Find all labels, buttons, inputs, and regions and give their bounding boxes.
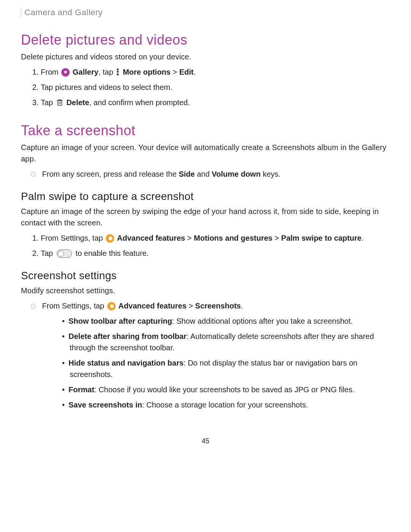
list-item: Delete after sharing from toolbar: Autom… (70, 331, 390, 353)
gallery-label: Gallery (73, 68, 99, 76)
list-item: Hide status and navigation bars: Do not … (70, 357, 390, 380)
list-item: Save screenshots in: Choose a storage lo… (70, 399, 390, 411)
intro-delete: Delete pictures and videos stored on you… (21, 51, 390, 62)
list-item: From Gallery, tap More options > Edit. (41, 66, 390, 78)
list-item: Tap to enable this feature. (41, 248, 390, 259)
intro-screenshot: Capture an image of your screen. Your de… (21, 142, 390, 165)
edit-label: Edit (179, 68, 194, 76)
delete-steps: From Gallery, tap More options > Edit. T… (21, 66, 390, 108)
palmswipe-steps: From Settings, tap Advanced features > M… (21, 232, 390, 259)
more-options-icon (117, 69, 119, 75)
breadcrumb: Camera and Gallery (21, 8, 390, 18)
delete-label: Delete (66, 98, 89, 107)
intro-palmswipe: Capture an image of the screen by swipin… (21, 206, 390, 228)
heading-delete: Delete pictures and videos (21, 32, 390, 48)
list-item: Show toolbar after capturing: Show addit… (70, 315, 390, 327)
svg-rect-0 (57, 101, 62, 105)
list-item: Format: Choose if you would like your sc… (70, 384, 390, 395)
trash-icon (56, 98, 64, 107)
list-item: Tap Delete, and confirm when prompted. (41, 97, 390, 108)
settings-icon (106, 234, 114, 243)
settings-bullets: From Settings, tap Advanced features > S… (21, 300, 390, 411)
list-item: From any screen, press and release the S… (41, 168, 390, 180)
list-item: From Settings, tap Advanced features > M… (41, 232, 390, 244)
heading-screenshot: Take a screenshot (21, 123, 390, 139)
list-item: From Settings, tap Advanced features > S… (41, 300, 390, 411)
toggle-icon (57, 249, 72, 258)
gallery-icon (61, 68, 70, 77)
page-number: 45 (21, 437, 390, 453)
more-options-label: More options (123, 68, 171, 76)
heading-palmswipe: Palm swipe to capture a screenshot (21, 190, 390, 203)
settings-options: Show toolbar after capturing: Show addit… (41, 315, 390, 411)
screenshot-bullets: From any screen, press and release the S… (21, 168, 390, 180)
list-item: Tap pictures and videos to select them. (41, 81, 390, 93)
intro-settings: Modify screenshot settings. (21, 285, 390, 296)
heading-settings: Screenshot settings (21, 270, 390, 282)
settings-icon (107, 302, 116, 310)
page: Camera and Gallery Delete pictures and v… (0, 0, 411, 453)
